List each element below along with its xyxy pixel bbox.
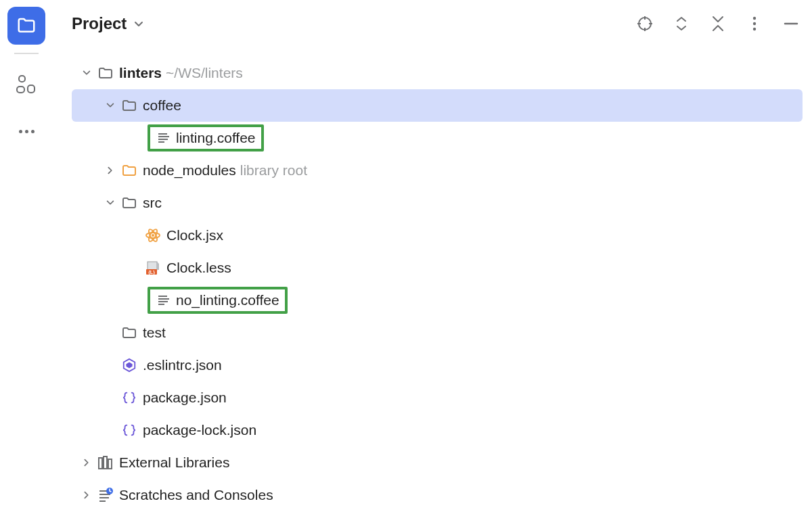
svg-rect-28 xyxy=(108,459,112,469)
project-panel: Project xyxy=(53,0,812,514)
tree-item-label: src xyxy=(143,195,162,211)
tree-item-clock-jsx[interactable]: Clock.jsx xyxy=(53,219,812,252)
tool-strip xyxy=(0,0,53,514)
svg-rect-27 xyxy=(104,457,107,469)
scratches-icon xyxy=(95,488,116,503)
tree-item-label: External Libraries xyxy=(119,454,229,471)
svg-rect-17 xyxy=(148,262,157,270)
tree-item-eslintrc[interactable]: .eslintrc.json xyxy=(53,349,812,381)
panel-header: Project xyxy=(53,0,812,47)
hide-panel-button[interactable] xyxy=(782,15,800,32)
libraries-icon xyxy=(95,455,116,470)
svg-text:{L}: {L} xyxy=(148,270,155,275)
folder-icon xyxy=(16,16,37,36)
tree-item-test[interactable]: test xyxy=(53,317,812,349)
tree-item-root[interactable]: linters ~/WS/linters xyxy=(53,57,812,89)
tree-item-node-modules[interactable]: node_modules library root xyxy=(53,154,812,187)
text-file-icon xyxy=(153,293,175,308)
structure-tool-button[interactable] xyxy=(7,66,45,104)
tree-item-scratches[interactable]: Scratches and Consoles xyxy=(53,479,812,511)
folder-icon xyxy=(118,97,140,114)
svg-marker-25 xyxy=(126,362,132,368)
tree-item-label: linters xyxy=(119,65,162,81)
folder-icon xyxy=(118,195,140,211)
target-icon xyxy=(637,16,653,32)
folder-icon xyxy=(95,65,116,81)
more-tool-button[interactable] xyxy=(19,130,35,133)
tree-item-tag: library root xyxy=(240,162,307,179)
chevron-right-icon[interactable] xyxy=(104,164,117,177)
library-folder-icon xyxy=(118,162,140,179)
react-icon xyxy=(142,227,164,243)
chevron-right-icon[interactable] xyxy=(80,456,93,469)
tree-item-label: test xyxy=(143,325,166,341)
json-icon xyxy=(118,423,140,438)
chevron-down-icon[interactable] xyxy=(80,66,93,80)
chevron-down-icon[interactable] xyxy=(104,196,117,210)
tree-item-label: package-lock.json xyxy=(143,422,256,438)
tree-item-src[interactable]: src xyxy=(53,187,812,219)
tree-item-clock-less[interactable]: {L} Clock.less xyxy=(53,252,812,284)
tree-item-label: .eslintrc.json xyxy=(143,357,222,373)
tree-item-no-linting-coffee[interactable]: no_linting.coffee xyxy=(53,284,812,317)
panel-actions xyxy=(636,15,800,32)
tree-item-label: node_modules xyxy=(143,162,236,179)
svg-point-7 xyxy=(753,28,756,30)
chevron-down-icon[interactable] xyxy=(104,99,117,112)
tree-item-label: Scratches and Consoles xyxy=(119,487,273,503)
svg-rect-26 xyxy=(99,458,102,469)
chevron-down-icon xyxy=(133,19,143,28)
minimize-icon xyxy=(783,16,799,32)
project-tool-button[interactable] xyxy=(7,7,45,45)
tree-item-label: package.json xyxy=(143,390,227,406)
select-opened-file-button[interactable] xyxy=(636,15,654,32)
folder-icon xyxy=(118,325,140,341)
expand-collapse-icon xyxy=(675,16,688,32)
options-button[interactable] xyxy=(746,15,763,32)
svg-point-6 xyxy=(753,22,756,25)
text-file-icon xyxy=(153,131,175,145)
highlight-box: linting.coffee xyxy=(148,124,264,151)
svg-point-5 xyxy=(753,17,756,20)
structure-icon xyxy=(16,75,37,95)
collapse-all-button[interactable] xyxy=(709,15,727,32)
tree-item-package-json[interactable]: package.json xyxy=(53,381,812,414)
panel-title-label: Project xyxy=(72,14,127,33)
kebab-icon xyxy=(752,16,757,32)
collapse-all-icon xyxy=(710,16,725,32)
tree-item-label: coffee xyxy=(143,97,181,114)
tree-item-label: linting.coffee xyxy=(176,130,256,146)
tree-item-label: Clock.jsx xyxy=(166,227,223,243)
divider xyxy=(14,53,39,54)
less-file-icon: {L} xyxy=(142,260,164,276)
eslint-icon xyxy=(118,358,140,373)
tree-item-package-lock[interactable]: package-lock.json xyxy=(53,414,812,446)
tree-item-label: Clock.less xyxy=(166,260,231,276)
svg-point-16 xyxy=(152,234,154,237)
tree-item-external-libraries[interactable]: External Libraries xyxy=(53,446,812,479)
tree-item-subpath: ~/WS/linters xyxy=(166,65,243,81)
tree-item-coffee[interactable]: coffee xyxy=(53,89,812,122)
tree-item-linting-coffee[interactable]: linting.coffee xyxy=(53,122,812,154)
tree-item-label: no_linting.coffee xyxy=(176,292,279,308)
highlight-box: no_linting.coffee xyxy=(148,287,288,314)
expand-collapse-button[interactable] xyxy=(673,15,690,32)
chevron-right-icon[interactable] xyxy=(80,488,93,502)
project-tree[interactable]: linters ~/WS/linters coffee l xyxy=(53,47,812,511)
panel-title-dropdown[interactable]: Project xyxy=(72,14,143,33)
json-icon xyxy=(118,390,140,405)
